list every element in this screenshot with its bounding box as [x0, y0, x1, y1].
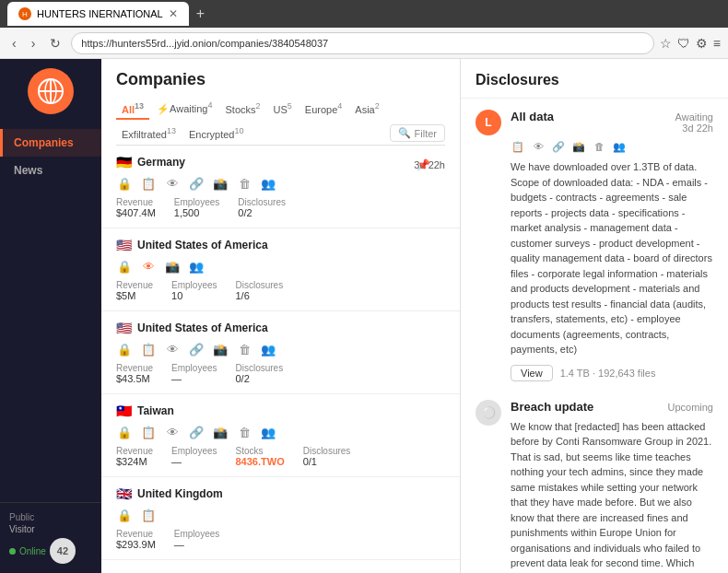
clipboard-icon-5[interactable]: 📋	[140, 507, 157, 523]
meta-revenue-1: Revenue $407.4M	[116, 197, 156, 218]
disc-camera-icon[interactable]: 📸	[571, 139, 586, 154]
disc-users-icon[interactable]: 👥	[612, 139, 627, 154]
sidebar-item-news[interactable]: News	[0, 157, 101, 184]
lock-icon-2: 🔒	[116, 258, 133, 275]
disc-body-1: All data Awaiting 3d 22h 📋 👁 🔗 📸 🗑	[511, 110, 713, 381]
link-icon-1[interactable]: 🔗	[188, 175, 205, 192]
disc-eye-icon[interactable]: 👁	[531, 139, 546, 154]
disc-text-1: We have downloaded over 1.3TB of data. S…	[511, 159, 713, 357]
trash-icon-1[interactable]: 🗑	[236, 175, 252, 192]
tab-encrypted[interactable]: Encrypted10	[183, 123, 250, 146]
disc-item-meta-2: Upcoming	[667, 402, 713, 413]
revenue-value-5: $293.9M	[116, 539, 156, 550]
eye-icon-3[interactable]: 👁	[164, 341, 181, 357]
card-header-2: 🇺🇸 United States of America	[116, 238, 268, 252]
meta-revenue-5: Revenue $293.9M	[116, 529, 156, 550]
back-button[interactable]: ‹	[7, 34, 21, 53]
camera-icon-1[interactable]: 📸	[212, 175, 229, 192]
card-meta-1: Revenue $407.4M Employees 1,500 Disclosu…	[116, 197, 445, 218]
tab-encrypted-count: 10	[234, 126, 243, 135]
trash-icon-3[interactable]: 🗑	[236, 341, 252, 357]
new-tab-icon[interactable]: +	[196, 6, 205, 22]
reload-button[interactable]: ↻	[45, 34, 65, 53]
tab-europe[interactable]: Europe4	[299, 98, 348, 121]
tab-exfiltrated[interactable]: Exfiltrated13	[116, 123, 182, 146]
revenue-value-1: $407.4M	[116, 207, 156, 218]
disc-clipboard-icon[interactable]: 📋	[511, 139, 525, 154]
disclosures-label-4: Disclosures	[303, 446, 351, 456]
country-flag-5: 🇬🇧	[116, 486, 132, 501]
list-item[interactable]: 🇩🇪 Germany 3d 22h 📌 🔒 📋 👁 🔗 📸 🗑 👥	[101, 146, 460, 228]
employees-label-3: Employees	[171, 363, 217, 373]
disc-header: Disclosures	[461, 59, 728, 99]
forward-button[interactable]: ›	[27, 34, 41, 53]
disc-link-icon[interactable]: 🔗	[551, 139, 566, 154]
search-icon: 🔍	[398, 127, 411, 139]
companies-panel: Companies All13 ⚡Awaiting4 Stocks2 US5	[101, 59, 461, 573]
tab-awaiting[interactable]: ⚡Awaiting4	[151, 97, 217, 121]
revenue-label-5: Revenue	[116, 529, 156, 539]
eye-icon-4[interactable]: 👁	[164, 424, 181, 440]
employees-value-1: 1,500	[174, 207, 219, 218]
meta-employees-3: Employees —	[171, 363, 217, 384]
disc-item-title-2: Breach update	[511, 400, 593, 414]
disclosures-value-2: 1/6	[236, 290, 284, 301]
view-button[interactable]: View	[511, 365, 553, 381]
users-icon-3[interactable]: 👥	[260, 341, 276, 357]
list-item[interactable]: 🇬🇧 United Kingdom 🔒 📋 Revenue $293.9M	[101, 477, 460, 560]
tab-encrypted-label: Encrypted	[189, 128, 235, 139]
card-header-row-2: 🇺🇸 United States of America	[116, 238, 445, 258]
meta-disclosures-1: Disclosures 0/2	[238, 197, 286, 218]
list-item[interactable]: 🇺🇸 United States of America 🔒 📋 👁 🔗 📸 🗑 …	[101, 311, 460, 394]
lock-icon-1: 🔒	[116, 175, 133, 192]
star-icon[interactable]: ☆	[660, 36, 672, 51]
tab-close-icon[interactable]: ✕	[169, 7, 178, 20]
shield-icon[interactable]: 🛡	[677, 36, 690, 51]
menu-icon[interactable]: ≡	[713, 36, 721, 51]
card-icons-2: 🔒 👁 📸 👥	[116, 258, 445, 275]
users-icon-4[interactable]: 👥	[260, 424, 276, 440]
link-icon-3[interactable]: 🔗	[188, 341, 205, 357]
address-text: https://hunters55rd...jyid.onion/compani…	[81, 38, 328, 49]
tab-us-label: US	[274, 103, 288, 114]
sidebar-public-label: Public	[9, 512, 92, 522]
country-name-2: United States of America	[137, 239, 268, 251]
link-icon-4[interactable]: 🔗	[188, 424, 205, 440]
users-icon-2[interactable]: 👥	[188, 258, 205, 275]
sidebar-item-companies[interactable]: Companies	[0, 129, 101, 157]
clipboard-icon-1[interactable]: 📋	[140, 175, 157, 192]
list-item[interactable]: 🇺🇸 United States of America 🔒 👁 📸 👥 Reve…	[101, 228, 460, 311]
pin-icon-1: 📌	[417, 158, 430, 171]
tab-awaiting-count: 4	[207, 100, 212, 110]
app-layout: Companies News Public Visitor Online 42 …	[0, 59, 728, 573]
browser-tab[interactable]: H HUNTERS INERNATIONAL ✕	[7, 2, 189, 26]
meta-revenue-2: Revenue $5M	[116, 280, 153, 301]
disc-trash-icon[interactable]: 🗑	[592, 139, 606, 154]
camera-icon-2[interactable]: 📸	[164, 258, 181, 275]
eye-icon-2[interactable]: 👁	[140, 258, 157, 275]
tab-exfiltrated-label: Exfiltrated	[122, 128, 167, 139]
card-header-4: 🇹🇼 Taiwan	[116, 403, 174, 418]
card-header-5: 🇬🇧 United Kingdom	[116, 486, 223, 501]
clipboard-icon-3[interactable]: 📋	[140, 341, 157, 357]
tabs-row: All13 ⚡Awaiting4 Stocks2 US5 Europe4	[116, 97, 445, 146]
employees-label-1: Employees	[174, 197, 219, 207]
disc-body-2: Breach update Upcoming We know that [red…	[511, 400, 713, 574]
tab-us[interactable]: US5	[268, 98, 298, 121]
filter-box[interactable]: 🔍 Filter	[390, 124, 445, 142]
tab-europe-label: Europe	[305, 103, 337, 114]
users-icon-1[interactable]: 👥	[260, 175, 276, 192]
camera-icon-3[interactable]: 📸	[212, 341, 229, 357]
settings-icon[interactable]: ⚙	[696, 36, 708, 51]
meta-employees-4: Employees —	[171, 446, 217, 467]
address-bar[interactable]: https://hunters55rd...jyid.onion/compani…	[71, 32, 653, 54]
camera-icon-4[interactable]: 📸	[212, 424, 229, 440]
clipboard-icon-4[interactable]: 📋	[140, 424, 157, 440]
tab-stocks[interactable]: Stocks2	[219, 98, 265, 121]
list-item[interactable]: 🇹🇼 Taiwan 🔒 📋 👁 🔗 📸 🗑 👥	[101, 394, 460, 477]
tab-asia[interactable]: Asia2	[349, 98, 384, 121]
tab-all[interactable]: All13	[116, 98, 149, 121]
trash-icon-4[interactable]: 🗑	[236, 424, 252, 440]
eye-icon-1[interactable]: 👁	[164, 175, 181, 192]
sidebar-bottom: Public Visitor Online 42	[0, 502, 101, 573]
